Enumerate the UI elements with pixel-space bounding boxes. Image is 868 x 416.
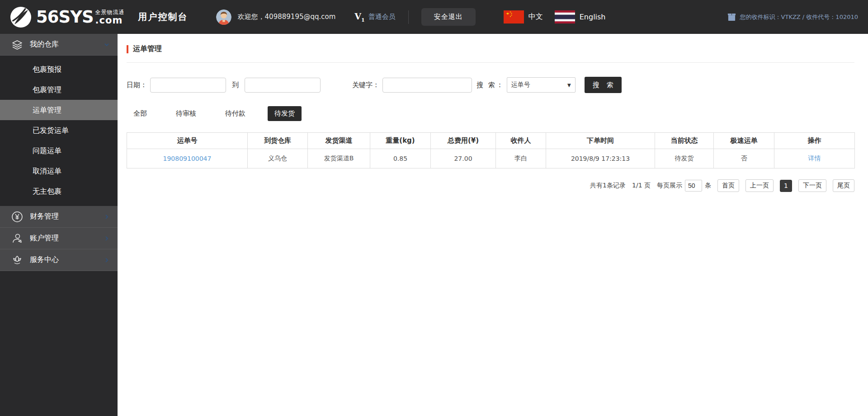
title-divider [127,62,854,63]
sidebar-submenu: 包裹预报 包裹管理 运单管理 已发货运单 问题运单 取消运单 无主包裹 [0,56,118,206]
col-order-time: 下单时间 [546,133,655,149]
logo-tld: .com [95,16,125,25]
avatar[interactable] [216,9,231,25]
prev-page-button[interactable]: 上一页 [745,179,774,192]
sidebar-item-package-management[interactable]: 包裹管理 [0,79,118,100]
console-title: 用户控制台 [138,11,188,23]
logo-brand: 56SYS [36,9,94,25]
page-title-row: 运单管理 [127,44,854,54]
main-content: 运单管理 日期： 到 关键字： 搜 索： 运单号 ▼ 搜 索 全部 待审核 待付… [118,34,868,416]
chevron-right-icon [104,214,109,220]
col-channel: 发货渠道 [308,133,370,149]
col-express: 极速运单 [714,133,774,149]
sidebar-item-cancelled-waybills[interactable]: 取消运单 [0,161,118,181]
receiver-info: 您的收件标识：VTKZZ / 收件代号：102010 [727,13,858,21]
per-page-input[interactable] [685,180,702,192]
sidebar-section-label: 账户管理 [30,234,59,243]
per-page-label: 每页展示 [657,182,682,190]
date-from-input[interactable] [150,78,226,93]
welcome-text: 欢迎您，409889195@qq.com [238,13,336,21]
logo-tagline: 全景物流通 [95,9,125,15]
chevron-down-icon [104,42,109,47]
cell-status: 待发货 [655,149,714,168]
search-type-select[interactable]: 运单号 ▼ [507,77,576,93]
col-action: 操作 [774,133,855,149]
keyword-label: 关键字： [352,81,379,89]
logo[interactable]: 56SYS 全景物流通 .com [10,6,125,28]
membership-label: 普通会员 [368,13,396,21]
cell-express: 否 [714,149,774,168]
status-tabs: 全部 待审核 待付款 待发货 [127,106,854,121]
lang-chinese[interactable]: 中文 [528,12,543,22]
cell-total-fee: 27.00 [431,149,496,168]
date-label: 日期： [127,81,147,89]
sidebar: 我的仓库 包裹预报 包裹管理 运单管理 已发货运单 问题运单 取消运单 无主包裹… [0,34,118,416]
sidebar-section-finance[interactable]: 财务管理 [0,206,118,228]
first-page-button[interactable]: 首页 [717,179,739,192]
waybill-no-link[interactable]: 190809100047 [163,155,212,162]
search-type-selected-value: 运单号 [511,81,530,89]
date-to-input[interactable] [245,78,321,93]
chevron-right-icon [104,236,109,241]
china-flag-icon[interactable] [504,10,524,23]
pagination: 共有1条记录 1/1 页 每页展示 条 首页 上一页 1 下一页 尾页 [127,179,854,192]
sidebar-section-label: 服务中心 [30,255,59,265]
search-type-label: 搜 索： [476,81,505,89]
sidebar-section-service[interactable]: 服务中心 [0,249,118,271]
cell-order-time: 2019/8/9 17:23:13 [546,149,655,168]
sidebar-section-label: 我的仓库 [30,40,59,49]
col-weight: 重量(kg) [370,133,431,149]
receiver-id-text: 您的收件标识：VTKZZ / 收件代号：102010 [740,13,858,21]
page-info: 1/1 页 [632,182,651,190]
logout-button[interactable]: 安全退出 [421,8,476,26]
yen-circle-icon [11,211,23,223]
select-caret-icon: ▼ [567,83,571,88]
col-waybill-no: 运单号 [127,133,248,149]
sidebar-section-label: 财务管理 [30,212,59,221]
language-switcher: 中文 English [504,10,606,23]
cell-warehouse: 义乌仓 [248,149,308,168]
sidebar-item-unclaimed-packages[interactable]: 无主包裹 [0,181,118,201]
page-title: 运单管理 [133,44,162,54]
user-info: 欢迎您，409889195@qq.com [216,9,336,25]
table-header-row: 运单号 到货仓库 发货渠道 重量(kg) 总费用(¥) 收件人 下单时间 当前状… [127,133,855,149]
title-accent-bar [127,45,128,53]
logo-globe-icon [10,6,32,28]
tab-all[interactable]: 全部 [127,106,154,121]
sidebar-section-account[interactable]: 账户管理 [0,228,118,249]
tab-pending-shipment[interactable]: 待发货 [268,106,302,121]
lang-english[interactable]: English [580,13,606,21]
filter-bar: 日期： 到 关键字： 搜 索： 运单号 ▼ 搜 索 [127,77,854,93]
cell-receiver: 李白 [496,149,546,168]
col-total-fee: 总费用(¥) [431,133,496,149]
vip-level-icon: V1 [354,11,364,23]
lotus-icon [11,254,23,266]
sidebar-item-shipped-waybills[interactable]: 已发货运单 [0,120,118,140]
membership: V1 普通会员 [354,11,395,23]
thailand-flag-icon[interactable] [555,10,575,23]
table-row: 190809100047 义乌仓 发货渠道B 0.85 27.00 李白 201… [127,149,855,168]
keyword-input[interactable] [382,78,472,93]
current-page-button[interactable]: 1 [780,180,792,192]
sidebar-item-package-forecast[interactable]: 包裹预报 [0,59,118,79]
sidebar-item-waybill-management[interactable]: 运单管理 [0,100,118,120]
tab-pending-review[interactable]: 待审核 [169,106,203,121]
package-icon [727,13,736,21]
top-header: 56SYS 全景物流通 .com 用户控制台 欢迎您，409889195@qq.… [0,0,868,34]
search-button[interactable]: 搜 索 [585,77,622,93]
col-receiver: 收件人 [496,133,546,149]
next-page-button[interactable]: 下一页 [798,179,826,192]
col-status: 当前状态 [655,133,714,149]
chevron-right-icon [104,257,109,263]
last-page-button[interactable]: 尾页 [833,179,854,192]
detail-link[interactable]: 详情 [808,154,821,162]
tab-pending-payment[interactable]: 待付款 [218,106,252,121]
sidebar-section-my-warehouse[interactable]: 我的仓库 [0,34,118,56]
cell-weight: 0.85 [370,149,431,168]
per-page-unit: 条 [705,182,711,190]
date-to-label: 到 [232,81,239,89]
sidebar-item-problem-waybills[interactable]: 问题运单 [0,140,118,161]
header-divider [408,10,409,24]
layers-icon [11,39,23,51]
person-icon [11,233,23,244]
